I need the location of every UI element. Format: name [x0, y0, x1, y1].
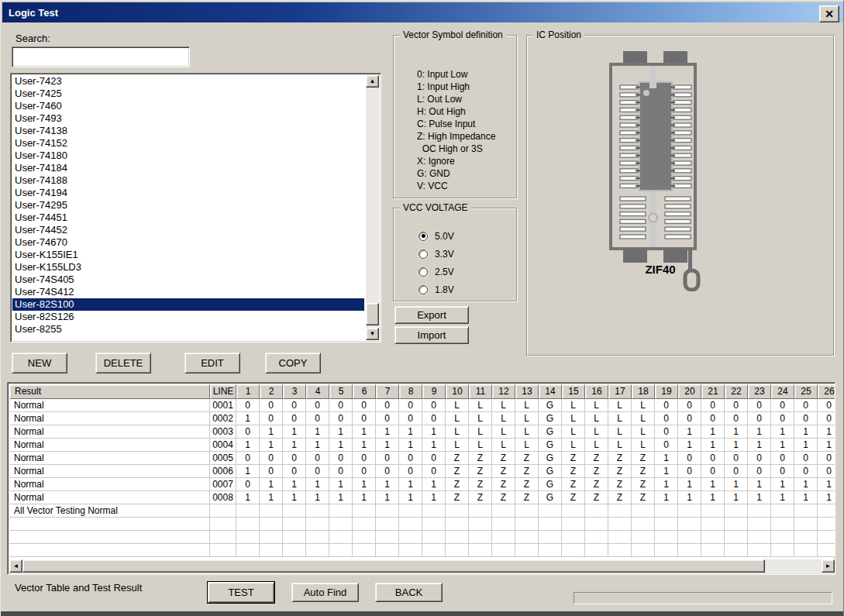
- value-cell: 0: [353, 465, 376, 478]
- value-cell: 0: [329, 399, 353, 412]
- close-button[interactable]: ✕: [819, 5, 839, 22]
- edit-button[interactable]: EDIT: [184, 353, 240, 373]
- value-cell: 1: [818, 491, 835, 504]
- vcc-option-3.3V[interactable]: 3.3V: [419, 245, 454, 263]
- value-cell: 1: [376, 425, 399, 439]
- value-cell: [283, 504, 306, 518]
- value-cell: 0: [353, 412, 376, 425]
- value-cell: 0: [771, 465, 794, 478]
- value-cell: 1: [771, 491, 794, 504]
- list-item[interactable]: User-74295: [12, 199, 364, 212]
- vcc-option-2.5V[interactable]: 2.5V: [419, 263, 454, 280]
- value-cell: 1: [306, 425, 329, 439]
- value-cell: [539, 518, 562, 531]
- table-row[interactable]: Normal0003011111111LLLLGLLLL01111111: [9, 425, 835, 439]
- list-item[interactable]: User-74184: [12, 162, 364, 174]
- new-button[interactable]: NEW: [12, 353, 67, 373]
- scroll-up-button[interactable]: ▲: [366, 75, 379, 88]
- column-header-pin: 21: [701, 384, 725, 399]
- list-item[interactable]: User-7425: [12, 88, 364, 100]
- value-cell: L: [585, 425, 608, 439]
- column-header-pin: 11: [469, 384, 492, 399]
- value-cell: [283, 518, 306, 531]
- table-row[interactable]: Normal0005000000000ZZZZGZZZZ10000000: [9, 452, 835, 465]
- value-cell: [376, 531, 399, 544]
- list-item[interactable]: User-74670: [12, 236, 364, 249]
- delete-button[interactable]: DELETE: [95, 353, 151, 373]
- radio-button[interactable]: [419, 232, 428, 241]
- vector-symbol-groupbox: Vector Symbol definition 0: Input Low1: …: [393, 35, 517, 198]
- value-cell: [376, 518, 399, 531]
- list-item[interactable]: User-74451: [12, 212, 364, 224]
- value-cell: 1: [306, 439, 329, 452]
- column-header-pin: 25: [794, 384, 818, 399]
- value-cell: Z: [585, 491, 608, 504]
- value-cell: [794, 518, 818, 531]
- radio-button[interactable]: [419, 249, 428, 259]
- list-item[interactable]: User-74180: [12, 150, 364, 162]
- value-cell: L: [446, 399, 469, 412]
- result-cell: Normal: [9, 412, 210, 425]
- list-item[interactable]: User-K155LD3: [12, 261, 364, 274]
- list-item[interactable]: User-82S100: [12, 298, 364, 311]
- table-row[interactable]: Normal0006100000000ZZZZGZZZZ10000000: [9, 465, 835, 478]
- import-button[interactable]: Import: [394, 326, 469, 344]
- scroll-down-button[interactable]: ▼: [366, 328, 379, 340]
- value-cell: 0: [260, 452, 283, 465]
- search-input[interactable]: [12, 46, 190, 67]
- back-button[interactable]: BACK: [375, 583, 443, 602]
- table-hscrollbar[interactable]: ◄ ►: [9, 559, 835, 573]
- table-row[interactable]: Normal0004111111111LLLLGLLLL01111111: [9, 439, 835, 452]
- test-button[interactable]: TEST: [208, 582, 274, 603]
- value-cell: L: [632, 399, 655, 412]
- value-cell: 1: [794, 491, 818, 504]
- value-cell: 0: [794, 399, 818, 412]
- list-item[interactable]: User-8255: [12, 323, 364, 336]
- value-cell: [399, 504, 422, 518]
- line-cell: 0007: [210, 478, 236, 491]
- value-cell: 0: [283, 465, 306, 478]
- list-item[interactable]: User-74S405: [12, 274, 364, 286]
- list-scrollbar[interactable]: ▲ ▼: [366, 75, 379, 340]
- radio-button[interactable]: [419, 267, 428, 277]
- list-item[interactable]: User-7423: [12, 75, 364, 88]
- result-cell: Normal: [9, 478, 210, 491]
- auto-find-button[interactable]: Auto Find: [291, 583, 359, 602]
- list-item[interactable]: User-74452: [12, 224, 364, 236]
- scroll-thumb[interactable]: [366, 303, 379, 325]
- list-item[interactable]: User-74S412: [12, 286, 364, 298]
- table-row[interactable]: Normal0001000000000LLLLGLLLL00000000: [9, 399, 835, 412]
- value-cell: [283, 531, 306, 544]
- value-cell: G: [539, 425, 562, 439]
- value-cell: 0: [771, 412, 794, 425]
- list-item[interactable]: User-74194: [12, 187, 364, 199]
- list-item[interactable]: User-74138: [12, 125, 364, 137]
- list-item[interactable]: User-82S126: [12, 311, 364, 323]
- list-item[interactable]: User-74188: [12, 174, 364, 187]
- value-cell: 0: [678, 412, 701, 425]
- table-row[interactable]: Normal0008111111111ZZZZGZZZZ11111111: [9, 491, 835, 504]
- value-cell: Z: [469, 452, 492, 465]
- vcc-option-1.8V[interactable]: 1.8V: [419, 280, 454, 298]
- value-cell: 1: [260, 425, 283, 439]
- copy-button[interactable]: COPY: [265, 353, 321, 373]
- table-row[interactable]: Normal0002100000000LLLLGLLLL00000000: [9, 412, 835, 425]
- value-cell: L: [515, 425, 539, 439]
- list-item[interactable]: User-K155IE1: [12, 249, 364, 261]
- radio-button[interactable]: [419, 285, 428, 294]
- table-row[interactable]: Normal0007011111111ZZZZGZZZZ11111111: [9, 478, 835, 491]
- vcc-option-5.0V[interactable]: 5.0V: [419, 227, 454, 245]
- value-cell: 0: [725, 399, 748, 412]
- device-listbox[interactable]: User-7423User-7425User-7460User-7493User…: [10, 73, 381, 342]
- list-item[interactable]: User-7493: [12, 112, 364, 125]
- scroll-left-button[interactable]: ◄: [9, 559, 22, 573]
- value-cell: 1: [422, 439, 446, 452]
- symbol-line: C: Pulse Input: [417, 118, 513, 130]
- list-item[interactable]: User-7460: [12, 100, 364, 112]
- value-cell: G: [539, 491, 562, 504]
- value-cell: L: [632, 412, 655, 425]
- list-item[interactable]: User-74152: [12, 137, 364, 150]
- hscroll-thumb[interactable]: [22, 559, 765, 573]
- scroll-right-button[interactable]: ►: [822, 559, 835, 573]
- export-button[interactable]: Export: [394, 306, 469, 324]
